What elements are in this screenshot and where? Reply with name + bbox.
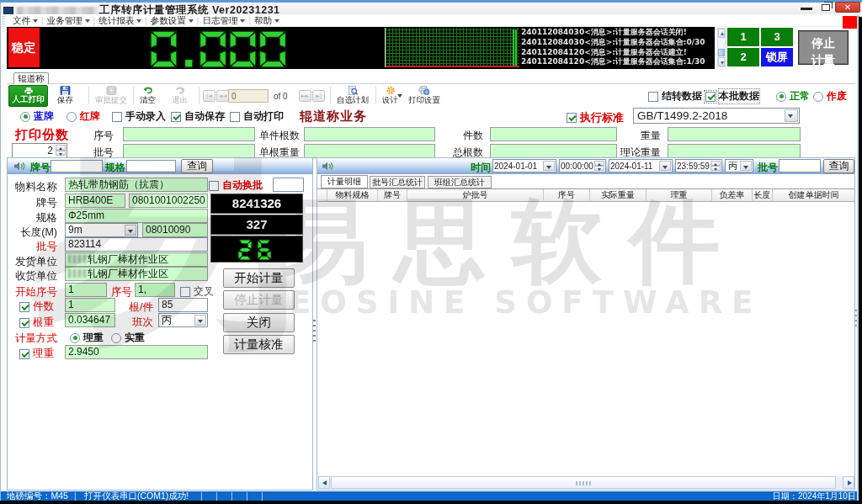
table-horizontal-scrollbar[interactable] — [318, 476, 854, 489]
checkbox-checked-icon[interactable] — [567, 113, 577, 123]
column-header[interactable]: 创建单据时间 — [773, 189, 854, 202]
close-panel-button[interactable]: 关闭 — [223, 313, 295, 332]
scroll-up-icon[interactable] — [718, 29, 725, 38]
chevron-down-icon[interactable] — [785, 109, 798, 122]
chevron-down-icon[interactable] — [659, 161, 671, 171]
standard-select[interactable]: GB/T1499.2-2018 — [633, 108, 800, 124]
radio-selected-icon[interactable] — [20, 112, 30, 122]
custom-plan-button[interactable]: 自选计划 — [335, 85, 370, 107]
receiver-input[interactable]: 轧钢厂棒材作业区 — [65, 267, 208, 281]
auto-print-checkbox[interactable]: 自动打印 — [230, 109, 284, 124]
cross-checkbox[interactable]: 交叉 — [180, 284, 214, 299]
seq-input[interactable] — [123, 127, 255, 141]
nav-prev-button[interactable]: ◄◄ — [216, 90, 229, 102]
menu-log[interactable]: 日志管理 — [200, 15, 247, 27]
approve-submit-button[interactable]: 审批提交 — [93, 85, 129, 107]
chevron-down-icon[interactable] — [740, 161, 752, 171]
stop-measure-button-left[interactable]: 停止计量 — [223, 290, 295, 310]
total-bars-input[interactable] — [490, 144, 617, 158]
scroll-thumb[interactable] — [718, 49, 725, 56]
column-header[interactable]: 理重 — [646, 189, 712, 202]
stepper-arrows[interactable] — [594, 161, 604, 171]
checkbox-checked-icon[interactable] — [19, 349, 29, 359]
theory-weight-input[interactable] — [668, 144, 801, 158]
column-header[interactable]: 负差率 — [712, 189, 753, 202]
tab-batch-summary[interactable]: 批号汇总统计 — [370, 176, 425, 188]
scroll-thumb[interactable] — [331, 476, 836, 489]
column-header[interactable]: 牌号 — [378, 189, 407, 202]
minimize-button[interactable] — [801, 8, 812, 10]
checkbox-checked-icon[interactable] — [19, 318, 29, 328]
right-query-button[interactable]: 查询 — [823, 159, 854, 173]
auto-save-checkbox[interactable]: 自动保存 — [171, 109, 225, 124]
stop-measure-button[interactable]: 停止计量 — [798, 30, 849, 65]
scroll-down-icon[interactable] — [718, 57, 725, 66]
radio-selected-icon[interactable] — [70, 333, 80, 343]
print-setup-button[interactable]: 打印设置 — [407, 85, 442, 107]
column-header[interactable]: 炉批号 — [407, 189, 544, 202]
measure-verify-button[interactable]: 计量核准 — [223, 335, 295, 354]
normal-radio[interactable]: 正常 — [776, 89, 810, 103]
length-select[interactable]: 9m — [65, 223, 138, 237]
left-query-button[interactable]: 查询 — [181, 159, 213, 173]
radio-icon[interactable] — [813, 92, 823, 102]
column-header[interactable]: 物料规格 — [327, 189, 378, 202]
shift-filter-select[interactable]: 丙 — [725, 159, 753, 172]
quick-button-1[interactable]: 1 — [727, 28, 759, 46]
start-measure-button[interactable]: 开始计量 — [223, 268, 295, 288]
close-button[interactable]: ✕ — [835, 2, 860, 13]
design-dropdown-caret[interactable] — [397, 94, 402, 98]
per-bar-weight-input[interactable] — [304, 144, 435, 158]
column-header[interactable]: 实际重量 — [590, 189, 646, 202]
chevron-down-icon[interactable] — [194, 315, 206, 326]
menu-settings[interactable]: 参数设置 — [149, 15, 195, 27]
quick-button-2[interactable]: 2 — [727, 48, 759, 66]
pieces-checkbox[interactable]: 件数 — [19, 300, 54, 314]
menu-help[interactable]: 帮助 — [253, 15, 281, 27]
material-name-input[interactable]: 热轧带肋钢筋（抗震） — [65, 178, 208, 192]
sender-input[interactable]: 轧钢厂棒材作业区 — [65, 252, 208, 267]
checkbox-icon[interactable] — [209, 181, 219, 191]
checkbox-checked-icon[interactable] — [705, 92, 716, 102]
checkbox-icon[interactable] — [112, 112, 122, 122]
actual-mode-radio[interactable]: 实重 — [111, 331, 145, 345]
column-header[interactable]: 长度 — [753, 189, 773, 202]
record-number-input[interactable]: 0 — [228, 89, 269, 103]
brand-query-input[interactable] — [51, 160, 103, 172]
length-code-input[interactable]: 08010090 — [142, 223, 208, 237]
lock-screen-button[interactable]: 锁屏 — [761, 48, 793, 66]
time-to-stepper[interactable]: 23:59:59 — [675, 159, 722, 172]
carryover-data-checkbox[interactable]: 结转数据 — [648, 89, 702, 103]
log-scrollbar[interactable] — [717, 28, 726, 67]
manual-print-button[interactable]: 人工打印 — [8, 85, 48, 107]
bar-weight-checkbox[interactable]: 根重 — [19, 316, 54, 330]
checkbox-icon[interactable] — [648, 92, 658, 102]
weight-input[interactable] — [668, 127, 801, 141]
step-down-icon[interactable] — [56, 151, 66, 157]
column-header[interactable]: 序号 — [544, 189, 590, 202]
panel-splitter[interactable] — [313, 320, 316, 342]
auto-batch-checkbox[interactable]: 自动换批 — [209, 178, 263, 193]
menu-file[interactable]: 文件 — [11, 15, 40, 27]
print-copies-stepper[interactable]: 2 — [12, 143, 67, 158]
stepper-arrows[interactable] — [710, 161, 721, 171]
void-radio[interactable]: 作废 — [813, 89, 847, 103]
time-from-stepper[interactable]: 00:00:00 — [559, 159, 606, 172]
checkbox-checked-icon[interactable] — [19, 302, 29, 312]
exit-button[interactable]: 退出 — [170, 85, 189, 107]
nav-last-button[interactable]: ►| — [312, 90, 325, 102]
save-button[interactable]: 保存 — [56, 85, 75, 107]
tab-measure-detail[interactable]: 计量明细 — [321, 175, 368, 188]
restore-button[interactable] — [822, 4, 830, 11]
bars-per-piece-input[interactable]: 85 — [158, 298, 208, 312]
date-from-select[interactable]: 2024-01-01 — [492, 159, 556, 172]
clear-button[interactable]: 清空 — [138, 85, 157, 107]
radio-selected-icon[interactable] — [776, 92, 786, 102]
theory-weight-value-input[interactable]: 2.9450 — [65, 345, 208, 359]
scroll-left-icon[interactable] — [318, 476, 330, 489]
chevron-down-icon[interactable] — [543, 161, 555, 171]
seq-no-input[interactable]: 1, — [135, 283, 175, 297]
manual-entry-checkbox[interactable]: 手动录入 — [112, 109, 166, 124]
heat-number-input[interactable]: 0801001002250 — [129, 194, 208, 208]
nav-first-button[interactable]: |◄ — [203, 90, 216, 102]
